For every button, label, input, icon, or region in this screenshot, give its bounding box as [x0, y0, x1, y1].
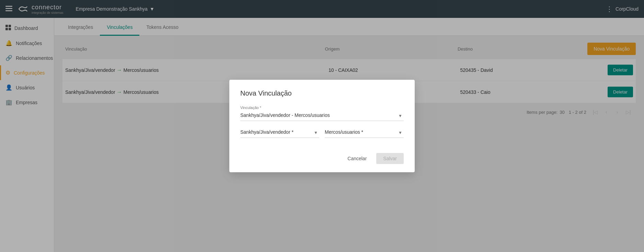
form-field-vinculacao: Vinculação * Sankhya/Jiva/vendedor - Mer…: [240, 106, 404, 121]
origem-select-wrap: Sankhya/Jiva/vendedor * ▼: [240, 128, 319, 138]
origem-select[interactable]: Sankhya/Jiva/vendedor *: [240, 128, 319, 136]
save-button[interactable]: Salvar: [376, 153, 404, 164]
nova-vinculacao-modal: Nova Vinculação Vinculação * Sankhya/Jiv…: [229, 80, 415, 172]
vinculacao-select-wrap: Sankhya/Jiva/vendedor - Mercos/usuarios …: [240, 111, 404, 121]
vinculacao-select[interactable]: Sankhya/Jiva/vendedor - Mercos/usuarios: [240, 111, 404, 119]
destino-select-wrap: Mercos/usuarios * ▼: [325, 128, 404, 138]
vinculacao-field-label: Vinculação *: [240, 106, 404, 110]
destino-select[interactable]: Mercos/usuarios *: [325, 128, 404, 136]
form-field-destino: Mercos/usuarios * ▼: [325, 128, 404, 138]
modal-actions: Cancelar Salvar: [240, 153, 404, 164]
form-row-origem-destino: Sankhya/Jiva/vendedor * ▼ Mercos/usuario…: [240, 128, 404, 145]
modal-title: Nova Vinculação: [240, 89, 404, 97]
cancel-button[interactable]: Cancelar: [342, 153, 372, 164]
modal-overlay: Nova Vinculação Vinculação * Sankhya/Jiv…: [0, 0, 644, 252]
form-field-origem: Sankhya/Jiva/vendedor * ▼: [240, 128, 319, 138]
